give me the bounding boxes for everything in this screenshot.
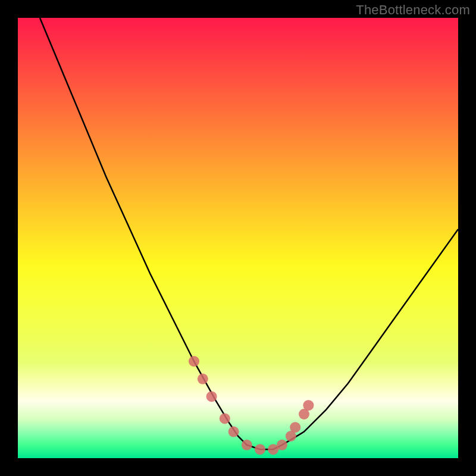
- marker-dot: [228, 427, 239, 437]
- marker-dot: [206, 391, 217, 402]
- marker-dot: [198, 374, 208, 384]
- marker-dot: [220, 413, 230, 424]
- marker-dot: [290, 422, 300, 433]
- curve-markers: [189, 356, 314, 455]
- marker-dot: [189, 356, 199, 367]
- chart-svg: [18, 18, 458, 458]
- chart-frame: TheBottleneck.com: [0, 0, 476, 476]
- marker-dot: [255, 444, 265, 455]
- bottleneck-curve: [40, 18, 458, 449]
- marker-dot: [277, 440, 287, 450]
- curve-line: [40, 18, 458, 449]
- watermark-text: TheBottleneck.com: [356, 2, 470, 18]
- marker-dot: [242, 440, 252, 450]
- marker-dot: [303, 400, 314, 411]
